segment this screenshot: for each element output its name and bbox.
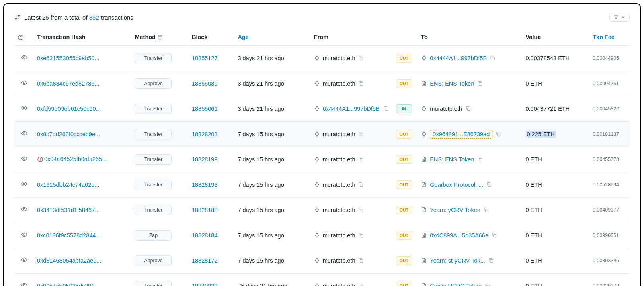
address-link[interactable]: Yearn: yCRV Token: [430, 207, 480, 213]
method-pill[interactable]: Zap: [135, 230, 172, 241]
address-link[interactable]: muratctp.eth: [323, 257, 355, 264]
address-link[interactable]: muratctp.eth: [323, 55, 355, 61]
tx-hash[interactable]: 0xe631553055c9ab50...: [34, 45, 132, 71]
tx-hash[interactable]: 0xc0186f9c5578d2844...: [34, 223, 132, 248]
tx-hash[interactable]: 0x3413df531d1f58467...: [34, 197, 132, 223]
view-details[interactable]: [14, 273, 34, 286]
view-details[interactable]: [14, 172, 34, 197]
tx-block[interactable]: 18828203: [189, 121, 234, 147]
tx-direction: OUT: [393, 172, 418, 197]
method-pill[interactable]: Transfer: [135, 205, 172, 215]
table-row: 0x1615dbb24c74a02e... Transfer 18828193 …: [14, 172, 630, 197]
summary-count[interactable]: 352: [89, 14, 99, 21]
summary-prefix: Latest 25 from a total of: [24, 14, 88, 21]
address-link[interactable]: Yearn: st-yCRV Tok...: [430, 257, 485, 264]
col-fee[interactable]: Txn Fee: [589, 29, 630, 45]
tx-block[interactable]: 18340833: [189, 273, 234, 286]
copy-icon[interactable]: [477, 156, 483, 162]
copy-icon[interactable]: [358, 257, 364, 264]
tx-hash[interactable]: 0x6ba834c67ed82785...: [34, 71, 132, 96]
address-link[interactable]: muratctp.eth: [323, 80, 355, 87]
copy-icon[interactable]: [484, 283, 490, 286]
tx-block[interactable]: 18828188: [189, 197, 234, 223]
method-pill[interactable]: Transfer: [135, 180, 172, 190]
tx-block[interactable]: 18828193: [189, 172, 234, 197]
method-pill[interactable]: Transfer: [135, 281, 172, 286]
tx-block[interactable]: 18828172: [189, 248, 234, 273]
tx-hash[interactable]: 0x92a4ab05935dc291...: [34, 273, 132, 286]
method-pill[interactable]: Transfer: [135, 53, 172, 63]
copy-icon[interactable]: [483, 207, 489, 213]
view-details[interactable]: [14, 223, 34, 248]
tx-block[interactable]: 18828199: [189, 147, 234, 172]
sort-icon[interactable]: [14, 14, 21, 20]
tx-to: Circle: USDC Token: [418, 273, 522, 286]
address-link[interactable]: muratctp.eth: [323, 156, 355, 163]
view-details[interactable]: [14, 248, 34, 273]
tx-hash[interactable]: 0x04a64525fb9afa265...: [34, 147, 132, 172]
address-link[interactable]: muratctp.eth: [323, 283, 355, 286]
address-link[interactable]: 0x964891...E86739ad: [430, 130, 492, 139]
help-icon[interactable]: [18, 35, 24, 41]
copy-icon[interactable]: [358, 283, 364, 286]
filter-button[interactable]: [609, 13, 630, 22]
address-link[interactable]: muratctp.eth: [323, 131, 355, 137]
address-link[interactable]: Circle: USDC Token: [430, 283, 482, 286]
address-link[interactable]: ENS: ENS Token: [430, 156, 474, 163]
address-link[interactable]: muratctp.eth: [323, 182, 355, 188]
view-details[interactable]: [14, 96, 34, 121]
view-details[interactable]: [14, 45, 34, 71]
address-link[interactable]: 0xdC899A...5d35A66a: [430, 232, 488, 239]
method-pill[interactable]: Transfer: [135, 104, 172, 114]
method-pill[interactable]: Transfer: [135, 154, 172, 165]
address-link[interactable]: muratctp.eth: [430, 106, 462, 112]
col-age[interactable]: Age: [234, 29, 310, 45]
copy-icon[interactable]: [358, 207, 364, 213]
address-link[interactable]: Gearbox Protocol: ...: [430, 182, 483, 188]
copy-icon[interactable]: [358, 156, 364, 162]
address-link[interactable]: muratctp.eth: [323, 232, 355, 239]
view-details[interactable]: [14, 71, 34, 96]
tx-block[interactable]: 18855089: [189, 71, 234, 96]
help-icon[interactable]: [157, 35, 163, 40]
tx-to: Yearn: st-yCRV Tok...: [418, 248, 522, 273]
copy-icon[interactable]: [358, 55, 364, 61]
copy-icon[interactable]: [490, 55, 496, 61]
address-link[interactable]: 0x4444A1...997bDf5B: [430, 55, 487, 61]
copy-icon[interactable]: [358, 80, 364, 86]
address-link[interactable]: ENS: ENS Token: [430, 80, 474, 87]
tx-block[interactable]: 18828184: [189, 223, 234, 248]
copy-icon[interactable]: [488, 257, 494, 264]
tx-hash[interactable]: 0xfd59e09eb61c50c90...: [34, 96, 132, 121]
view-details[interactable]: [14, 197, 34, 223]
tx-block[interactable]: 18855127: [189, 45, 234, 71]
copy-icon[interactable]: [358, 182, 364, 188]
address-link[interactable]: muratctp.eth: [323, 207, 355, 213]
transactions-panel: Latest 25 from a total of 352 transactio…: [3, 3, 641, 286]
panel-header: Latest 25 from a total of 352 transactio…: [14, 13, 630, 22]
copy-icon[interactable]: [495, 131, 501, 137]
tx-block[interactable]: 18855061: [189, 96, 234, 121]
tx-hash[interactable]: 0x8c7dd260f0ccceb9e...: [34, 121, 132, 147]
method-pill[interactable]: Approve: [135, 78, 172, 89]
diamond-icon: [314, 55, 320, 61]
copy-icon[interactable]: [477, 80, 483, 86]
copy-icon[interactable]: [383, 106, 389, 112]
copy-icon[interactable]: [465, 106, 471, 112]
svg-rect-25: [360, 209, 363, 212]
tx-hash[interactable]: 0x1615dbb24c74a02e...: [34, 172, 132, 197]
tx-from: muratctp.eth: [311, 273, 393, 286]
method-pill[interactable]: Transfer: [135, 129, 172, 139]
method-pill[interactable]: Approve: [135, 255, 172, 266]
address-link[interactable]: 0x4444A1...997bDf5B: [323, 106, 380, 112]
copy-icon[interactable]: [486, 182, 492, 188]
copy-icon[interactable]: [358, 131, 364, 137]
svg-point-27: [23, 234, 25, 235]
tx-hash[interactable]: 0xd81468054abfa2ae9...: [34, 248, 132, 273]
copy-icon[interactable]: [491, 232, 497, 238]
copy-icon[interactable]: [358, 232, 364, 238]
tx-age: 3 days 21 hrs ago: [234, 45, 310, 71]
view-details[interactable]: [14, 147, 34, 172]
view-details[interactable]: [14, 121, 34, 147]
diamond-icon: [314, 232, 320, 238]
